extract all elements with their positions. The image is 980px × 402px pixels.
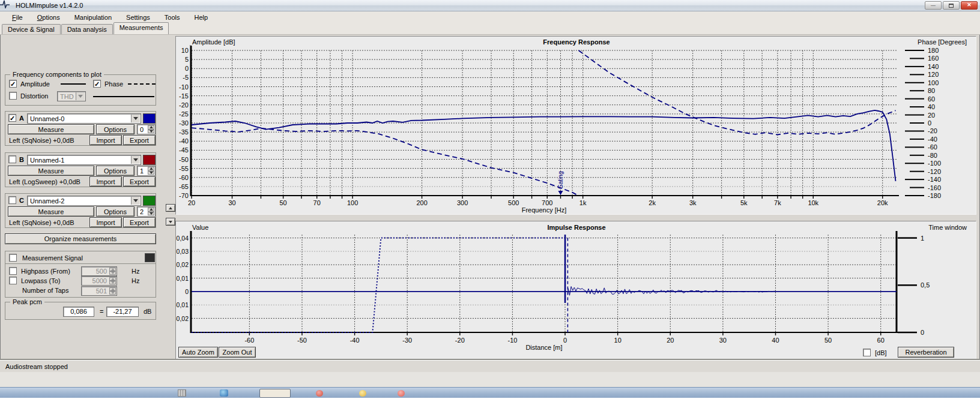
db-scale-label: [dB] bbox=[875, 349, 887, 356]
impulse-response-plot[interactable]: 0,040,030,020,010-0,01-0,02-60-50-40-30-… bbox=[176, 221, 977, 361]
measurement-a-name-select[interactable]: Unnamed-0 bbox=[27, 113, 141, 124]
highpass-input[interactable]: 500 bbox=[81, 266, 117, 276]
measurement-c-dropdown-icon[interactable] bbox=[131, 197, 140, 205]
measurement-b-slot-field[interactable]: 1 bbox=[137, 166, 156, 176]
measurement-a-slot-field[interactable]: 0 bbox=[137, 124, 156, 134]
measurement-b-slot-value: 1 bbox=[140, 167, 144, 175]
phase-tick-label: 40 bbox=[928, 103, 935, 110]
measurement-signal-checkbox[interactable] bbox=[9, 254, 17, 262]
menu-item-help[interactable]: Help bbox=[187, 13, 215, 22]
phase-checkbox[interactable]: ✓ bbox=[93, 80, 101, 88]
distortion-checkbox[interactable] bbox=[9, 92, 17, 100]
highpass-checkbox[interactable] bbox=[9, 267, 17, 275]
bottom-white-strip bbox=[0, 398, 980, 402]
window-controls: — ✕ bbox=[925, 1, 978, 10]
close-button[interactable]: ✕ bbox=[961, 1, 978, 10]
taps-spin-down-icon[interactable] bbox=[109, 291, 116, 295]
lowpass-spin-down-icon[interactable] bbox=[109, 281, 116, 284]
frequency-tick-label: 30 bbox=[228, 199, 235, 206]
measurement-c-name-select[interactable]: Unnamed-2 bbox=[27, 196, 141, 206]
measurement-a-spin-down-icon[interactable] bbox=[148, 130, 154, 134]
db-scale-checkbox[interactable] bbox=[863, 349, 871, 356]
window-title: HOLMImpulse v1.4.2.0 bbox=[16, 2, 83, 9]
splitter-down-button[interactable] bbox=[166, 218, 175, 226]
taskbar-app-icon-yellow[interactable] bbox=[359, 390, 366, 397]
measurement-a-measure-button[interactable]: Measure bbox=[8, 124, 94, 134]
measurement-c-import-button[interactable]: Import bbox=[89, 217, 122, 227]
measurement-b-letter: B bbox=[19, 156, 24, 163]
taskbar-grid-icon[interactable] bbox=[178, 389, 186, 397]
menu-item-tools[interactable]: Tools bbox=[157, 13, 187, 22]
impulse-response-panel: 0,040,030,020,010-0,01-0,02-60-50-40-30-… bbox=[175, 221, 976, 360]
tab-measurements[interactable]: Measurements bbox=[113, 22, 169, 34]
taskbar[interactable] bbox=[0, 387, 980, 398]
measurement-a-checkbox[interactable]: ✓ bbox=[8, 114, 16, 122]
taskbar-app-icon-blue[interactable] bbox=[220, 389, 228, 397]
amplitude-line-sample bbox=[61, 83, 86, 85]
measurement-b-checkbox[interactable] bbox=[8, 155, 16, 163]
frequency-response-plot[interactable]: 1050-5-10-15-20-25-30-35-40-45-50-55-60-… bbox=[176, 37, 977, 215]
measurement-b-name-select[interactable]: Unnamed-1 bbox=[27, 155, 141, 165]
impulse-noise-curve bbox=[568, 287, 775, 296]
menu-item-file[interactable]: File bbox=[5, 13, 30, 22]
measurement-a-dropdown-icon[interactable] bbox=[131, 115, 140, 122]
menu-item-options[interactable]: Options bbox=[30, 13, 67, 22]
thd-select[interactable]: THD bbox=[57, 91, 86, 101]
highpass-spin-down-icon[interactable] bbox=[109, 271, 116, 275]
taskbar-app-icon-red[interactable] bbox=[316, 390, 323, 397]
reverberation-button[interactable]: Reverberation bbox=[898, 347, 954, 358]
zoom-out-button[interactable]: Zoom Out bbox=[219, 347, 256, 358]
measurement-signal-color-swatch[interactable] bbox=[145, 253, 155, 262]
amplitude-tick-label: -10 bbox=[179, 83, 189, 91]
measurement-b-dropdown-icon[interactable] bbox=[131, 156, 140, 164]
frequency-components-group: Frequency components to plot ✓ Amplitude… bbox=[5, 74, 156, 106]
measurement-b-measure-button[interactable]: Measure bbox=[8, 166, 94, 176]
measurement-c-export-button[interactable]: Export bbox=[123, 217, 156, 227]
measurement-c-options-button[interactable]: Options bbox=[96, 206, 135, 217]
measurement-b-import-button[interactable]: Import bbox=[89, 176, 122, 187]
tab-device-signal[interactable]: Device & Signal bbox=[2, 24, 61, 34]
phase-tick-label: -100 bbox=[928, 160, 941, 167]
measurement-a-options-button[interactable]: Options bbox=[96, 124, 135, 134]
measurement-b-options-button[interactable]: Options bbox=[96, 166, 135, 176]
measurement-a-color-swatch[interactable] bbox=[143, 113, 156, 124]
maximize-button[interactable] bbox=[943, 1, 960, 10]
measurement-b-export-button[interactable]: Export bbox=[123, 176, 156, 187]
menu-item-manipulation[interactable]: Manipulation bbox=[67, 13, 119, 22]
peak-equals: = bbox=[100, 308, 103, 315]
measurement-c-spin-down-icon[interactable] bbox=[148, 212, 154, 216]
amplitude-checkbox[interactable]: ✓ bbox=[9, 80, 17, 88]
distance-tick-label: 0 bbox=[563, 337, 567, 344]
gating-marker-label: Gating bbox=[557, 172, 564, 189]
measurement-c-checkbox[interactable] bbox=[8, 196, 16, 204]
lowpass-input[interactable]: 5000 bbox=[81, 276, 117, 286]
taskbar-app-icon-pink[interactable] bbox=[398, 390, 405, 397]
measurement-a-import-button[interactable]: Import bbox=[89, 135, 122, 145]
measurement-b-color-swatch[interactable] bbox=[143, 155, 156, 165]
auto-zoom-button[interactable]: Auto Zoom bbox=[178, 347, 218, 358]
close-icon: ✕ bbox=[967, 2, 972, 8]
tab-data-analysis[interactable]: Data analysis bbox=[61, 24, 113, 34]
measurement-c-color-swatch[interactable] bbox=[143, 196, 156, 206]
splitter-up-button[interactable] bbox=[166, 204, 175, 212]
measurement-signal-label: Measurement Signal bbox=[22, 254, 83, 262]
organize-measurements-button[interactable]: Organize measurements bbox=[5, 233, 156, 244]
taps-input[interactable]: 501 bbox=[81, 286, 117, 296]
measurement-c-measure-button[interactable]: Measure bbox=[8, 206, 94, 217]
auto-zoom-label: Auto Zoom bbox=[182, 349, 214, 356]
thd-dropdown-icon[interactable] bbox=[76, 92, 85, 100]
value-tick-label: -0,02 bbox=[176, 315, 189, 322]
measurement-a-export-button[interactable]: Export bbox=[123, 135, 156, 145]
phase-tick-label: -140 bbox=[928, 176, 941, 183]
menu-item-settings[interactable]: Settings bbox=[119, 13, 157, 22]
status-bar: Audiostream stopped bbox=[0, 360, 980, 372]
measurement-b-spin-down-icon[interactable] bbox=[148, 171, 154, 175]
peak-pcm-value-field: 0,086 bbox=[63, 307, 94, 317]
taskbar-active-app-button[interactable] bbox=[259, 389, 291, 398]
phase-tick-label: 20 bbox=[928, 112, 935, 119]
minimize-button[interactable]: — bbox=[925, 1, 942, 10]
amplitude-label: Amplitude bbox=[20, 80, 50, 88]
title-bar[interactable]: HOLMImpulse v1.4.2.0 — ✕ bbox=[0, 0, 980, 11]
lowpass-checkbox[interactable] bbox=[9, 277, 17, 284]
measurement-c-slot-field[interactable]: 2 bbox=[137, 206, 156, 217]
